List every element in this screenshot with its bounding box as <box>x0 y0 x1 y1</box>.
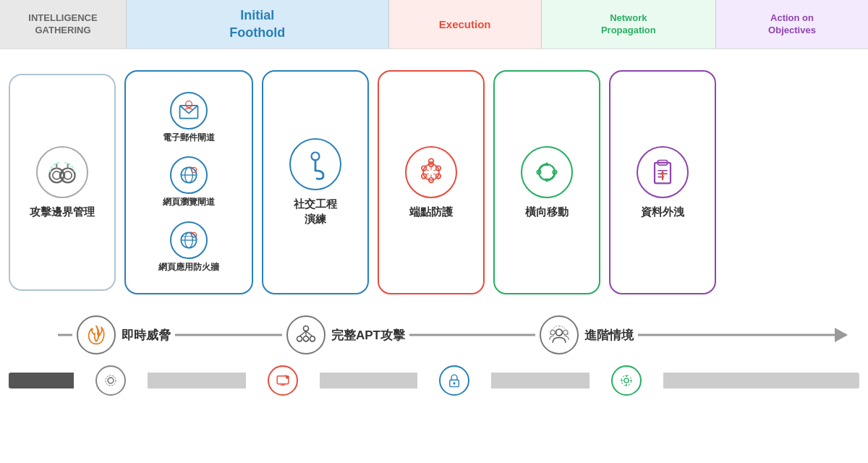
svg-point-58 <box>108 378 114 383</box>
card-action: 資料外洩 <box>609 70 716 294</box>
card-foothold-multi: 電子郵件閘道 網頁瀏覽閘道 <box>124 70 253 294</box>
svg-point-35 <box>429 158 434 163</box>
timeline-line <box>58 334 846 336</box>
timeline-item-2: 完整APT攻擊 <box>282 314 409 356</box>
svg-line-31 <box>433 174 435 174</box>
timeline-item-1: 即時威脅 <box>72 314 175 356</box>
svg-point-59 <box>106 375 116 385</box>
foothold-email-item: 電子郵件閘道 <box>163 92 215 144</box>
action-label: Action on Objectives <box>768 12 816 37</box>
browser-label: 網頁瀏覽閘道 <box>163 196 215 208</box>
bottom-icons-row <box>0 360 868 400</box>
apt-label: 完整APT攻擊 <box>331 327 405 344</box>
card-social-engineering: 社交工程 演練 <box>262 70 369 294</box>
bottom-block-dark-left <box>9 373 74 388</box>
bottom-lock-icon <box>439 365 469 396</box>
svg-point-66 <box>454 382 456 384</box>
svg-line-54 <box>306 331 312 336</box>
network-label: Network Propagation <box>601 12 656 37</box>
svg-line-52 <box>299 331 306 336</box>
execution-icon <box>405 146 457 198</box>
bottom-block-1 <box>148 373 246 388</box>
header-execution: Execution <box>389 0 542 48</box>
svg-line-30 <box>433 169 435 170</box>
header-intel: INTELLIGENCE GATHERING <box>0 0 127 48</box>
header-network: Network Propagation <box>542 0 716 48</box>
card-execution: 端點防護 <box>378 70 485 294</box>
bottom-block-3 <box>491 373 590 388</box>
waf-icon <box>170 221 208 259</box>
email-icon <box>170 92 208 129</box>
browser-icon <box>170 156 208 194</box>
timeline-arrowhead <box>835 328 848 342</box>
card-network: 橫向移動 <box>493 70 600 294</box>
svg-point-55 <box>556 329 563 336</box>
svg-point-1 <box>61 168 75 182</box>
svg-point-56 <box>550 330 555 334</box>
action-card-label: 資料外洩 <box>641 204 684 219</box>
svg-point-67 <box>624 378 629 382</box>
network-card-label: 橫向移動 <box>525 204 569 219</box>
svg-point-20 <box>312 153 320 161</box>
bottom-block-2 <box>320 373 418 388</box>
bottom-icon-3 <box>439 365 469 396</box>
waf-label: 網頁應用防火牆 <box>158 261 219 273</box>
header-bar: INTELLIGENCE GATHERING Initial Foothold … <box>0 0 868 49</box>
svg-point-48 <box>303 326 308 331</box>
bottom-settings-icon <box>611 365 642 396</box>
cards-row: 攻擊邊界管理 電子郵件閘道 <box>0 49 868 310</box>
svg-point-51 <box>310 336 315 341</box>
network-icon <box>521 146 573 198</box>
social-eng-label: 社交工程 演練 <box>294 196 337 226</box>
card-intel: 攻擊邊界管理 <box>9 74 116 291</box>
timeline-item-3: 進階情境 <box>535 314 638 356</box>
svg-line-33 <box>426 174 428 174</box>
foothold-browser-item: 網頁瀏覽閘道 <box>163 156 215 208</box>
binoculars-icon <box>46 156 78 188</box>
action-icon <box>637 146 689 198</box>
hook-icon <box>289 138 341 190</box>
main-layout: INTELLIGENCE GATHERING Initial Foothold … <box>0 0 868 400</box>
svg-point-8 <box>186 101 192 107</box>
foothold-waf-item: 網頁應用防火牆 <box>158 221 219 273</box>
timeline-row: 即時威脅 完整APT攻擊 <box>0 310 868 360</box>
intel-label: INTELLIGENCE GATHERING <box>28 12 97 37</box>
bottom-icon-2 <box>268 365 298 396</box>
header-action: Action on Objectives <box>716 0 868 48</box>
execution-card-label: 端點防護 <box>409 204 453 219</box>
header-foothold: Initial Foothold <box>127 0 389 48</box>
intel-card-label: 攻擊邊界管理 <box>30 204 95 219</box>
bottom-gear-icon <box>95 365 126 396</box>
intel-icon <box>36 146 88 198</box>
threat-label: 即時威脅 <box>122 327 171 344</box>
svg-line-34 <box>426 169 428 170</box>
bottom-icon-4 <box>611 365 642 396</box>
bottom-block-trailing <box>663 373 859 388</box>
email-label: 電子郵件閘道 <box>163 132 215 144</box>
foothold-label: Initial Foothold <box>229 7 285 41</box>
fire-icon <box>77 315 116 354</box>
execution-label: Execution <box>439 17 491 32</box>
bottom-icon-1 <box>95 365 126 396</box>
svg-point-49 <box>297 336 302 341</box>
apt-icon <box>286 315 326 354</box>
advanced-label: 進階情境 <box>584 327 634 344</box>
svg-point-57 <box>563 330 568 334</box>
advanced-icon <box>540 315 579 354</box>
bottom-monitor-icon <box>268 365 298 396</box>
svg-point-50 <box>303 336 308 341</box>
